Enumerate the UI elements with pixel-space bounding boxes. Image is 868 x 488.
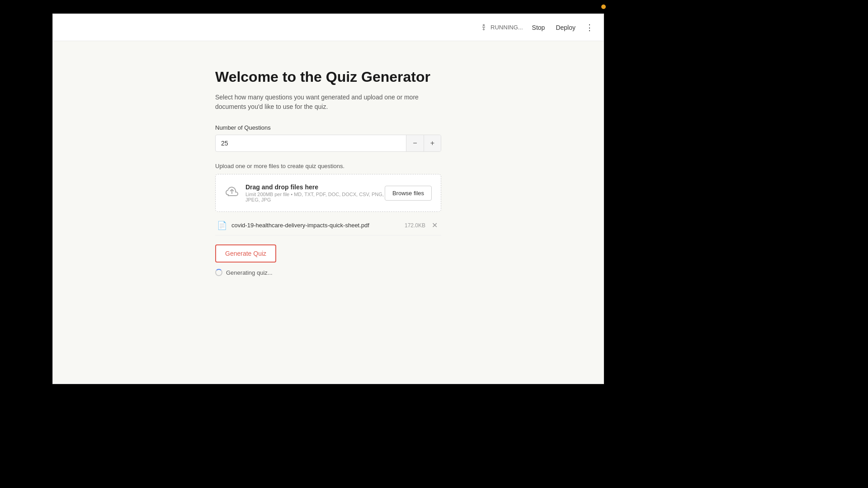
file-icon: 📄: [217, 221, 227, 230]
drop-zone[interactable]: Drag and drop files here Limit 200MB per…: [215, 174, 441, 212]
file-size: 172.0KB: [405, 222, 425, 229]
drop-zone-left: Drag and drop files here Limit 200MB per…: [225, 183, 385, 202]
number-of-questions-wrapper: − +: [215, 135, 441, 152]
upload-icon: [225, 185, 239, 201]
stepper-buttons: − +: [406, 135, 441, 151]
file-remove-button[interactable]: ✕: [430, 220, 439, 230]
file-name: covid-19-healthcare-delivery-impacts-qui…: [231, 222, 397, 229]
browser-window: RUNNING... Stop Deploy ⋮ Welcome to the …: [52, 14, 604, 384]
decrement-button[interactable]: −: [406, 135, 424, 151]
page-title: Welcome to the Quiz Generator: [215, 68, 441, 85]
generating-label: Generating quiz...: [226, 269, 273, 276]
generating-status: Generating quiz...: [215, 269, 441, 276]
content-area: Welcome to the Quiz Generator Select how…: [53, 41, 604, 384]
orange-indicator: [601, 5, 606, 9]
deploy-button[interactable]: Deploy: [552, 22, 579, 33]
running-indicator: RUNNING...: [480, 23, 523, 32]
number-of-questions-input[interactable]: [216, 135, 406, 151]
page-subtitle: Select how many questions you want gener…: [215, 93, 441, 112]
more-options-button[interactable]: ⋮: [583, 22, 596, 33]
main-content: Welcome to the Quiz Generator Select how…: [215, 68, 441, 276]
increment-button[interactable]: +: [424, 135, 441, 151]
svg-point-0: [483, 24, 485, 26]
loading-spinner: [215, 269, 222, 276]
stop-button[interactable]: Stop: [528, 22, 549, 33]
drop-zone-text: Drag and drop files here Limit 200MB per…: [245, 183, 385, 202]
drop-zone-heading: Drag and drop files here: [245, 183, 385, 191]
running-icon: [480, 23, 488, 32]
drop-zone-subtext: Limit 200MB per file • MD, TXT, PDF, DOC…: [245, 192, 385, 202]
file-item: 📄 covid-19-healthcare-delivery-impacts-q…: [215, 216, 441, 235]
running-label: RUNNING...: [491, 24, 523, 31]
top-bar: RUNNING... Stop Deploy ⋮: [53, 14, 604, 41]
generate-quiz-button[interactable]: Generate Quiz: [215, 244, 276, 263]
upload-label: Upload one or more files to create quiz …: [215, 163, 441, 169]
browse-files-button[interactable]: Browse files: [385, 186, 432, 201]
number-of-questions-label: Number of Questions: [215, 124, 441, 131]
